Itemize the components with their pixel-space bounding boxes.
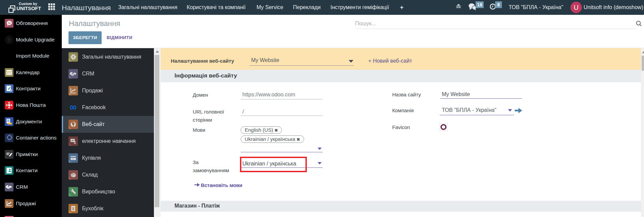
svg-text:$: $ — [72, 207, 74, 210]
